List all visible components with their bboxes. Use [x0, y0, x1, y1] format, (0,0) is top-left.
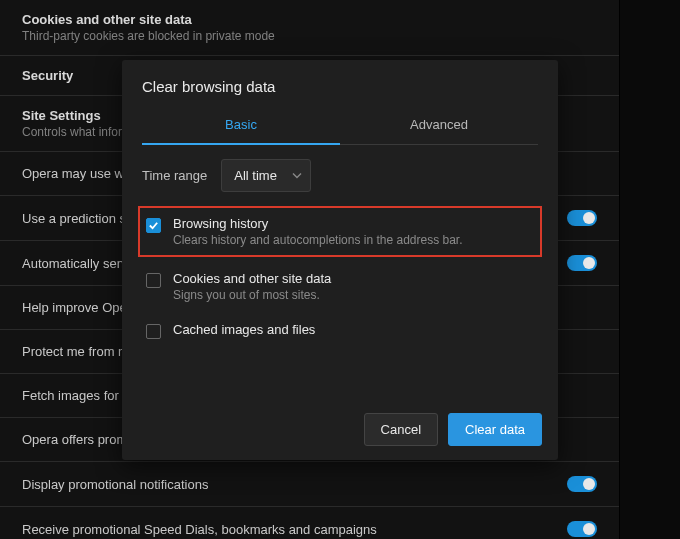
toggle-switch[interactable] — [567, 255, 597, 271]
toggle-switch[interactable] — [567, 476, 597, 492]
cancel-button[interactable]: Cancel — [364, 413, 438, 446]
clear-data-button[interactable]: Clear data — [448, 413, 542, 446]
time-range-value: All time — [234, 168, 277, 183]
toggle-knob — [583, 478, 595, 490]
option-text: Cookies and other site dataSigns you out… — [173, 271, 331, 302]
toggle-knob — [583, 523, 595, 535]
option-text: Cached images and files — [173, 322, 315, 339]
option-text: Browsing historyClears history and autoc… — [173, 216, 463, 247]
time-range-select[interactable]: All time — [221, 159, 311, 192]
checkbox[interactable] — [146, 218, 161, 233]
dialog-tabs: Basic Advanced — [142, 107, 538, 145]
settings-row-label: Protect me from ma — [22, 344, 136, 359]
clear-option-row[interactable]: Cookies and other site dataSigns you out… — [142, 261, 538, 312]
settings-row-label: Display promotional notifications — [22, 477, 208, 492]
option-description: Clears history and autocompletions in th… — [173, 233, 463, 247]
tab-advanced[interactable]: Advanced — [340, 107, 538, 144]
toggle-switch[interactable] — [567, 210, 597, 226]
section-title: Cookies and other site data — [22, 12, 597, 27]
toggle-knob — [583, 212, 595, 224]
time-range-row: Time range All time — [142, 159, 538, 192]
toggle-switch[interactable] — [567, 521, 597, 537]
section-cookies[interactable]: Cookies and other site data Third-party … — [0, 0, 619, 56]
settings-row-label: Opera may use web — [22, 166, 138, 181]
settings-row-label: Help improve Opera — [22, 300, 138, 315]
clear-option-row[interactable]: Browsing historyClears history and autoc… — [138, 206, 542, 257]
check-icon — [148, 220, 159, 231]
clear-browsing-data-dialog: Clear browsing data Basic Advanced Time … — [122, 60, 558, 460]
dialog-title: Clear browsing data — [142, 78, 538, 95]
clear-option-row[interactable]: Cached images and files — [142, 312, 538, 349]
dialog-footer: Cancel Clear data — [122, 403, 558, 460]
settings-row-label: Fetch images for su — [22, 388, 136, 403]
tab-basic[interactable]: Basic — [142, 107, 340, 144]
toggle-knob — [583, 257, 595, 269]
settings-row[interactable]: Display promotional notifications — [0, 462, 619, 507]
option-description: Signs you out of most sites. — [173, 288, 331, 302]
option-title: Cached images and files — [173, 322, 315, 337]
settings-row-label: Opera offers promot — [22, 432, 138, 447]
time-range-label: Time range — [142, 168, 207, 183]
section-subtitle: Third-party cookies are blocked in priva… — [22, 29, 597, 43]
checkbox[interactable] — [146, 324, 161, 339]
chevron-down-icon — [292, 168, 302, 183]
dialog-header: Clear browsing data Basic Advanced — [122, 60, 558, 145]
dialog-body: Time range All time Browsing historyClea… — [122, 145, 558, 403]
settings-row-label: Use a prediction ser — [22, 211, 138, 226]
checkbox[interactable] — [146, 273, 161, 288]
option-title: Browsing history — [173, 216, 463, 231]
settings-row[interactable]: Receive promotional Speed Dials, bookmar… — [0, 507, 619, 539]
settings-row-label: Receive promotional Speed Dials, bookmar… — [22, 522, 377, 537]
option-title: Cookies and other site data — [173, 271, 331, 286]
